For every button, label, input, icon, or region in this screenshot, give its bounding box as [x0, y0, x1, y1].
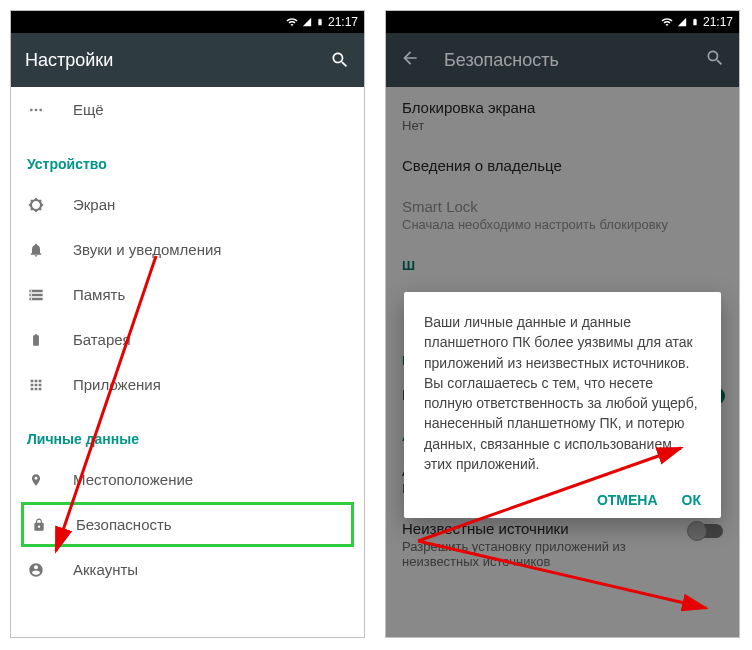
- battery-icon: [27, 332, 45, 348]
- wifi-icon: [661, 16, 673, 28]
- status-bar: 21:17: [11, 11, 364, 33]
- search-icon[interactable]: [330, 50, 350, 70]
- location-icon: [27, 472, 45, 488]
- wifi-icon: [286, 16, 298, 28]
- app-title: Безопасность: [444, 50, 559, 71]
- lock-icon: [30, 517, 48, 533]
- section-personal: Личные данные: [11, 417, 364, 457]
- item-label: Ещё: [73, 101, 104, 118]
- display-icon: [27, 197, 45, 213]
- app-bar: Безопасность: [386, 33, 739, 87]
- ok-button[interactable]: ОК: [682, 492, 701, 508]
- list-item-display[interactable]: Экран: [11, 182, 364, 227]
- signal-icon: [677, 16, 687, 28]
- cancel-button[interactable]: ОТМЕНА: [597, 492, 658, 508]
- item-label: Безопасность: [76, 516, 172, 533]
- list-item-apps[interactable]: Приложения: [11, 362, 364, 407]
- phone-settings: 21:17 Настройки Ещё Устройство Экран Зву…: [10, 10, 365, 638]
- status-bar: 21:17: [386, 11, 739, 33]
- battery-icon: [316, 16, 324, 28]
- status-time: 21:17: [328, 15, 358, 29]
- apps-icon: [27, 377, 45, 393]
- list-item-location[interactable]: Местоположение: [11, 457, 364, 502]
- signal-icon: [302, 16, 312, 28]
- list-item-battery[interactable]: Батарея: [11, 317, 364, 362]
- section-device: Устройство: [11, 142, 364, 182]
- dialog-message: Ваши личные данные и данные планшетного …: [424, 312, 701, 474]
- bell-icon: [27, 242, 45, 258]
- battery-icon: [691, 16, 699, 28]
- svg-point-2: [39, 108, 42, 111]
- item-label: Местоположение: [73, 471, 193, 488]
- settings-list: Ещё Устройство Экран Звуки и уведомления…: [11, 87, 364, 592]
- svg-point-0: [30, 108, 33, 111]
- list-item-memory[interactable]: Память: [11, 272, 364, 317]
- svg-point-1: [35, 108, 38, 111]
- back-icon[interactable]: [400, 48, 420, 72]
- search-icon[interactable]: [705, 48, 725, 72]
- list-item-security[interactable]: Безопасность: [21, 502, 354, 547]
- list-item-accounts[interactable]: Аккаунты: [11, 547, 364, 592]
- phone-security: 21:17 Безопасность Блокировка экрана Нет…: [385, 10, 740, 638]
- storage-icon: [27, 287, 45, 303]
- account-icon: [27, 562, 45, 578]
- item-label: Приложения: [73, 376, 161, 393]
- list-item-sounds[interactable]: Звуки и уведомления: [11, 227, 364, 272]
- status-time: 21:17: [703, 15, 733, 29]
- more-icon: [27, 102, 45, 118]
- app-bar: Настройки: [11, 33, 364, 87]
- item-label: Аккаунты: [73, 561, 138, 578]
- list-item-more[interactable]: Ещё: [11, 87, 364, 132]
- item-label: Память: [73, 286, 125, 303]
- dialog-unknown-sources: Ваши личные данные и данные планшетного …: [404, 292, 721, 518]
- item-label: Батарея: [73, 331, 131, 348]
- dialog-actions: ОТМЕНА ОК: [424, 492, 701, 508]
- item-label: Звуки и уведомления: [73, 241, 221, 258]
- item-label: Экран: [73, 196, 115, 213]
- app-title: Настройки: [25, 50, 113, 71]
